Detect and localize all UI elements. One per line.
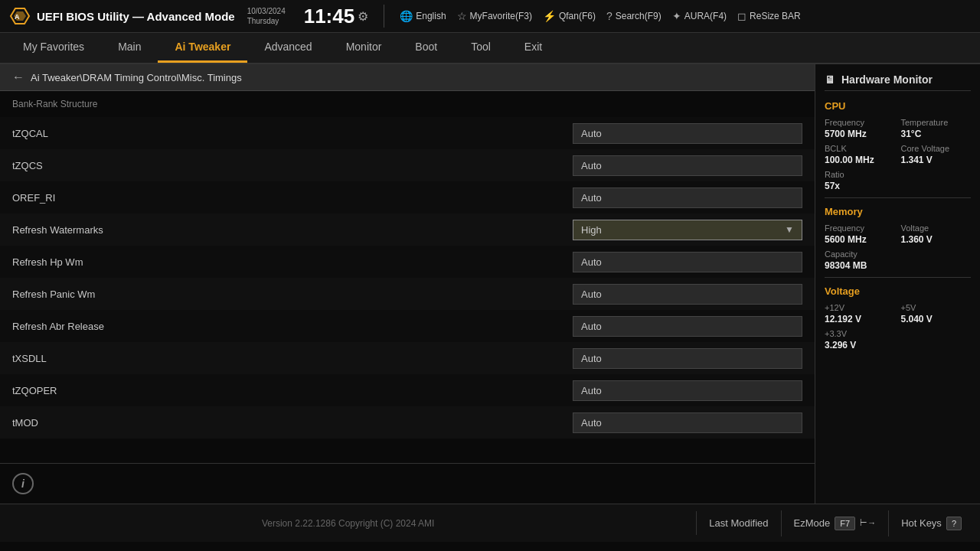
hw-item-label-0-4: Ratio [825,170,971,179]
nav-item-favorites[interactable]: My Favorites [6,33,101,63]
setting-value-container-3: High▼ [573,220,802,240]
setting-value-5[interactable]: Auto [573,284,802,305]
settings-icon[interactable]: ⚙ [358,9,368,24]
hw-item-0-4: Ratio57x [825,170,971,191]
setting-value-container-5: Auto [573,284,802,305]
hw-section-grid-0: Frequency5700 MHzTemperature31°CBCLK100.… [825,118,971,191]
nav-item-advanced[interactable]: Advanced [247,33,328,63]
hw-item-label-2-2: +3.3V [825,329,971,338]
nav-item-main[interactable]: Main [101,33,158,63]
hw-divider-1 [825,277,971,278]
hw-item-0-2: BCLK100.00 MHz [825,144,895,165]
setting-value-0[interactable]: Auto [573,123,802,144]
hw-item-value-0-3: 1.341 V [901,155,972,165]
setting-value-8[interactable]: Auto [573,380,802,401]
hw-section-grid-2: +12V12.192 V+5V5.040 V+3.3V3.296 V [825,303,971,350]
datetime-area: 10/03/2024 Thursday [247,6,286,26]
dropdown-arrow-icon: ▼ [785,224,794,235]
setting-value-text-0: Auto [581,128,602,139]
header-action-search[interactable]: ?Search(F9) [606,10,662,22]
footer-action-ezmode[interactable]: EzModeF7⊢→ [781,510,889,536]
aura-icon: ✦ [672,10,681,22]
footer-action-last-modified[interactable]: Last Modified [696,511,780,535]
nav-item-boot[interactable]: Boot [398,33,454,63]
setting-value-3[interactable]: High▼ [573,220,802,240]
setting-row: Refresh Abr ReleaseAuto [0,310,815,342]
setting-value-text-1: Auto [581,160,602,171]
setting-value-4[interactable]: Auto [573,252,802,272]
setting-value-text-4: Auto [581,256,602,268]
setting-value-7[interactable]: Auto [573,348,802,369]
hw-item-1-1: Voltage1.360 V [901,223,972,245]
hw-item-1-2: Capacity98304 MB [825,249,971,271]
header-action-qfan[interactable]: ⚡Qfan(F6) [543,10,596,22]
header-separator [384,5,384,28]
footer-action-hotkeys[interactable]: Hot Keys? [888,510,974,536]
setting-value-container-8: Auto [573,380,802,401]
setting-label-3: Refresh Watermarks [12,224,573,236]
header-action-resizebar[interactable]: ◻ReSize BAR [737,10,801,22]
breadcrumb-path: Ai Tweaker\DRAM Timing Control\Misc. Tim… [31,72,242,83]
qfan-icon: ⚡ [543,10,556,22]
setting-label-2: OREF_RI [12,192,573,204]
hw-item-1-0: Frequency5600 MHz [825,223,895,245]
hw-item-0-3: Core Voltage1.341 V [901,144,972,165]
hw-item-2-0: +12V12.192 V [825,303,895,324]
hw-item-value-1-1: 1.360 V [901,234,972,245]
hw-item-label-0-3: Core Voltage [901,144,972,153]
setting-row: tZQCSAuto [0,149,815,181]
hw-item-value-2-1: 5.040 V [901,314,972,324]
left-panel: ← Ai Tweaker\DRAM Timing Control\Misc. T… [0,64,815,504]
hw-item-label-1-0: Frequency [825,223,895,233]
hw-item-value-0-4: 57x [825,181,971,191]
hw-item-label-2-0: +12V [825,303,895,312]
logo-area: A UEFI BIOS Utility — Advanced Mode [9,5,235,27]
info-button[interactable]: i [12,473,34,494]
navigation-bar: My FavoritesMainAi TweakerAdvancedMonito… [0,33,980,64]
setting-row: Refresh Panic WmAuto [0,278,815,310]
header-action-lang[interactable]: 🌐English [400,10,446,22]
hw-item-label-0-0: Frequency [825,118,895,127]
hw-item-value-0-2: 100.00 MHz [825,155,895,165]
setting-label-5: Refresh Panic Wm [12,289,573,300]
header-action-favorites[interactable]: ☆MyFavorite(F3) [457,10,532,22]
settings-list: tZQCALAutotZQCSAutoOREF_RIAutoRefresh Wa… [0,114,815,463]
footer-action-label-2: Hot Keys [901,517,942,529]
hw-item-value-2-0: 12.192 V [825,314,895,324]
hardware-monitor-title: 🖥 Hardware Monitor [825,73,971,91]
asus-logo-icon: A [9,5,31,27]
hw-item-2-1: +5V5.040 V [901,303,972,324]
nav-item-monitor[interactable]: Monitor [329,33,399,63]
setting-value-container-1: Auto [573,155,802,176]
hw-item-value-1-0: 5600 MHz [825,234,895,245]
setting-value-6[interactable]: Auto [573,316,802,337]
hw-item-value-0-1: 31°C [901,129,972,139]
nav-item-exit[interactable]: Exit [508,33,559,63]
setting-value-text-8: Auto [581,385,602,396]
setting-value-container-6: Auto [573,316,802,337]
search-icon: ? [606,10,612,22]
hw-item-label-0-2: BCLK [825,144,895,153]
header-action-aura[interactable]: ✦AURA(F4) [672,10,727,22]
setting-label-9: tMOD [12,417,573,429]
monitor-icon: 🖥 [825,73,835,86]
main-layout: ← Ai Tweaker\DRAM Timing Control\Misc. T… [0,64,980,504]
setting-row: Refresh Hp WmAuto [0,246,815,278]
date-display: 10/03/2024 Thursday [247,6,286,26]
nav-item-tool[interactable]: Tool [454,33,508,63]
setting-label-7: tXSDLL [12,353,573,364]
back-arrow-icon[interactable]: ← [12,70,24,84]
footer-version-text: Version 2.22.1286 Copyright (C) 2024 AMI [0,518,696,529]
hw-item-label-1-1: Voltage [901,223,972,233]
resizebar-icon: ◻ [737,10,746,22]
setting-row: OREF_RIAuto [0,181,815,214]
hardware-monitor-label: Hardware Monitor [841,73,933,86]
nav-item-ai_tweaker[interactable]: Ai Tweaker [158,33,247,63]
section-header-label: Bank-Rank Structure [12,99,97,109]
setting-value-1[interactable]: Auto [573,155,802,176]
setting-value-container-4: Auto [573,252,802,272]
hw-section-title-0: CPU [825,100,971,112]
footer-extra-1: ⊢→ [860,518,876,528]
setting-value-9[interactable]: Auto [573,412,802,433]
setting-value-2[interactable]: Auto [573,187,802,208]
